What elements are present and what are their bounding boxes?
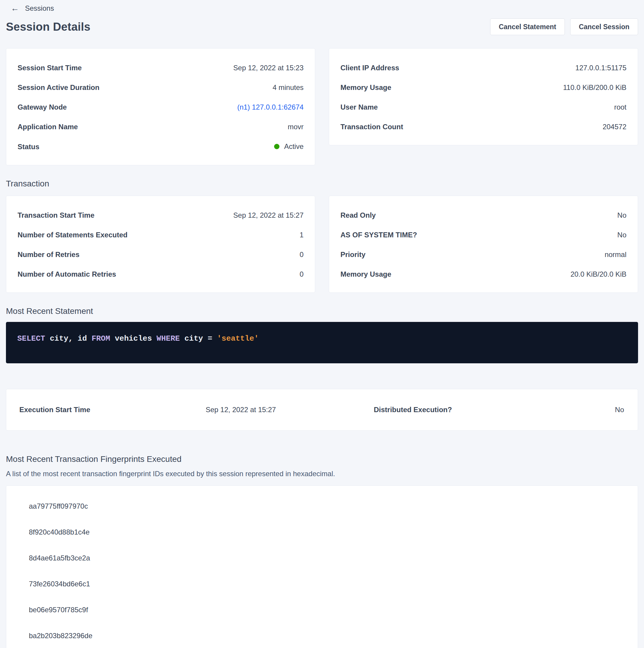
user-name-row: User Name root	[341, 103, 627, 112]
session-active-duration-row: Session Active Duration 4 minutes	[17, 83, 303, 92]
client-ip-row: Client IP Address 127.0.0.1:51175	[341, 63, 627, 72]
fingerprints-description: A list of the most recent transaction fi…	[6, 469, 638, 478]
as-of-system-time-label: AS OF SYSTEM TIME?	[341, 230, 417, 239]
statements-executed-row: Number of Statements Executed 1	[17, 230, 303, 239]
fingerprints-section-title: Most Recent Transaction Fingerprints Exe…	[6, 454, 638, 464]
header-actions: Cancel Statement Cancel Session	[490, 18, 638, 35]
status-row: Status Active	[17, 142, 303, 151]
automatic-retries-value: 0	[300, 270, 303, 279]
statements-executed-value: 1	[300, 230, 303, 239]
application-name-value: movr	[288, 122, 303, 131]
priority-label: Priority	[341, 250, 365, 259]
read-only-value: No	[617, 211, 627, 220]
session-start-time-row: Session Start Time Sep 12, 2022 at 15:23	[17, 63, 303, 72]
client-ip-value: 127.0.0.1:51175	[575, 63, 627, 72]
fingerprint-list-item: 8d4ae61a5fb3ce2a	[29, 554, 627, 562]
transaction-card-left: Transaction Start Time Sep 12, 2022 at 1…	[6, 196, 315, 293]
priority-row: Priority normal	[341, 250, 627, 259]
sql-text: vehicles	[110, 334, 157, 343]
back-arrow-icon: ←	[11, 4, 19, 12]
transaction-count-label: Transaction Count	[341, 122, 403, 131]
transaction-grid: Transaction Start Time Sep 12, 2022 at 1…	[6, 196, 638, 293]
read-only-label: Read Only	[341, 211, 376, 220]
session-active-duration-value: 4 minutes	[273, 83, 303, 92]
fingerprint-list-item: 73fe26034bd6e6c1	[29, 580, 627, 588]
distributed-execution-value: No	[615, 405, 624, 414]
status-value: Active	[274, 142, 303, 151]
as-of-system-time-row: AS OF SYSTEM TIME? No	[341, 230, 627, 239]
transaction-start-time-row: Transaction Start Time Sep 12, 2022 at 1…	[17, 211, 303, 220]
gateway-node-label: Gateway Node	[17, 103, 67, 112]
transaction-count-value: 204572	[603, 122, 627, 131]
sql-text: city, id	[45, 334, 92, 343]
breadcrumb-back-sessions[interactable]: ← Sessions	[6, 3, 54, 14]
status-active-dot-icon	[274, 144, 280, 149]
as-of-system-time-value: No	[617, 230, 627, 239]
retries-value: 0	[300, 250, 303, 259]
session-card-left: Session Start Time Sep 12, 2022 at 15:23…	[6, 48, 315, 165]
automatic-retries-label: Number of Automatic Retries	[17, 270, 116, 279]
fingerprint-list-item: be06e9570f785c9f	[29, 605, 627, 614]
session-memory-usage-label: Memory Usage	[341, 83, 391, 92]
client-ip-label: Client IP Address	[341, 63, 399, 72]
sql-text: city =	[180, 334, 217, 343]
transaction-start-time-label: Transaction Start Time	[17, 211, 94, 220]
session-start-time-value: Sep 12, 2022 at 15:23	[233, 63, 303, 72]
session-details-page: ← Sessions Session Details Cancel Statem…	[0, 0, 644, 648]
fingerprint-list-item: aa79775ff097970c	[29, 502, 627, 511]
fingerprint-list-item: 8f920c40d88b1c4e	[29, 528, 627, 537]
transaction-memory-usage-row: Memory Usage 20.0 KiB/20.0 KiB	[341, 270, 627, 279]
execution-summary-card: Execution Start Time Sep 12, 2022 at 15:…	[6, 389, 638, 431]
page-header: Session Details Cancel Statement Cancel …	[6, 18, 638, 35]
breadcrumb-label: Sessions	[25, 4, 54, 12]
execution-start-time-label: Execution Start Time	[19, 405, 206, 414]
statement-section-title: Most Recent Statement	[6, 307, 638, 316]
transaction-memory-usage-label: Memory Usage	[341, 270, 391, 279]
read-only-row: Read Only No	[341, 211, 627, 220]
fingerprints-card: aa79775ff097970c 8f920c40d88b1c4e 8d4ae6…	[6, 485, 638, 648]
retries-label: Number of Retries	[17, 250, 79, 259]
status-badge: Active	[284, 142, 303, 151]
session-active-duration-label: Session Active Duration	[17, 83, 99, 92]
user-name-label: User Name	[341, 103, 378, 112]
transaction-card-right: Read Only No AS OF SYSTEM TIME? No Prior…	[329, 196, 638, 293]
cancel-session-button[interactable]: Cancel Session	[570, 18, 638, 35]
gateway-node-link[interactable]: (n1) 127.0.0.1:62674	[237, 103, 303, 112]
sql-keyword: WHERE	[157, 334, 180, 343]
transaction-count-row: Transaction Count 204572	[341, 122, 627, 131]
user-name-value: root	[614, 103, 627, 112]
sql-keyword: FROM	[92, 334, 110, 343]
transaction-memory-usage-value: 20.0 KiB/20.0 KiB	[571, 270, 627, 279]
page-title: Session Details	[6, 20, 91, 33]
distributed-execution-label: Distributed Execution?	[374, 405, 615, 414]
session-memory-usage-value: 110.0 KiB/200.0 KiB	[563, 83, 627, 92]
status-label: Status	[17, 142, 39, 151]
sql-keyword: SELECT	[17, 334, 45, 343]
priority-value: normal	[605, 250, 627, 259]
cancel-statement-button[interactable]: Cancel Statement	[490, 18, 565, 35]
application-name-row: Application Name movr	[17, 122, 303, 131]
automatic-retries-row: Number of Automatic Retries 0	[17, 270, 303, 279]
sql-string-literal: 'seattle'	[217, 334, 258, 343]
session-card-right: Client IP Address 127.0.0.1:51175 Memory…	[329, 48, 638, 145]
session-start-time-label: Session Start Time	[17, 63, 82, 72]
transaction-section-title: Transaction	[6, 179, 638, 188]
session-summary-grid: Session Start Time Sep 12, 2022 at 15:23…	[6, 48, 638, 165]
retries-row: Number of Retries 0	[17, 250, 303, 259]
transaction-start-time-value: Sep 12, 2022 at 15:27	[233, 211, 303, 220]
gateway-node-row: Gateway Node (n1) 127.0.0.1:62674	[17, 103, 303, 112]
session-memory-usage-row: Memory Usage 110.0 KiB/200.0 KiB	[341, 83, 627, 92]
application-name-label: Application Name	[17, 122, 78, 131]
statements-executed-label: Number of Statements Executed	[17, 230, 127, 239]
fingerprint-list-item: ba2b203b823296de	[29, 631, 627, 640]
sql-statement-box: SELECT city, id FROM vehicles WHERE city…	[6, 322, 638, 363]
execution-start-time-value: Sep 12, 2022 at 15:27	[206, 405, 374, 414]
